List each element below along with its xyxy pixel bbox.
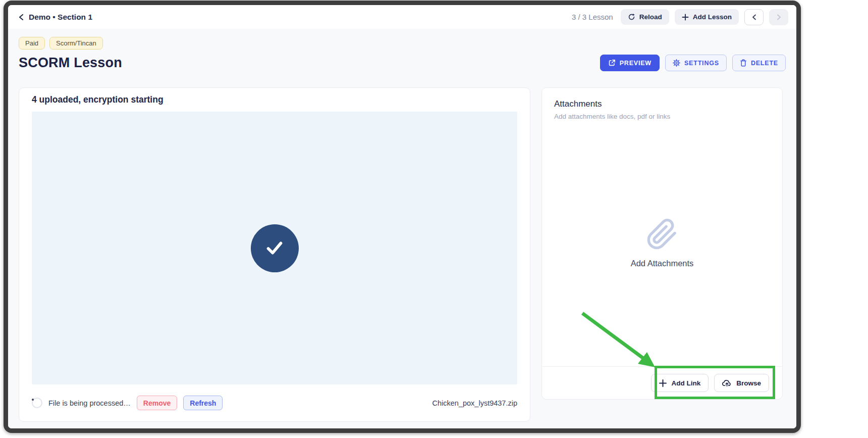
attachments-footer: Add Link Browse (542, 366, 782, 399)
cloud-upload-icon (722, 379, 732, 387)
attachments-card: Attachments Add attachments like docs, p… (541, 87, 783, 400)
preview-button[interactable]: PREVIEW (600, 55, 660, 71)
chevron-right-icon (777, 14, 781, 20)
reload-label: Reload (639, 13, 662, 21)
remove-file-button[interactable]: Remove (137, 396, 177, 410)
page-title: SCORM Lesson (19, 55, 122, 71)
add-link-label: Add Link (671, 379, 700, 387)
add-attachments-label: Add Attachments (631, 259, 694, 268)
settings-label: SETTINGS (684, 60, 719, 67)
external-link-icon (608, 59, 616, 67)
gear-icon (673, 59, 680, 67)
reload-icon (628, 13, 635, 21)
add-link-button[interactable]: Add Link (651, 374, 709, 392)
top-bar: Demo • Section 1 3 / 3 Lesson Reload Add… (8, 5, 796, 29)
paid-badge: Paid (19, 37, 45, 50)
browse-button[interactable]: Browse (714, 374, 769, 392)
scorm-upload-card: 4 uploaded, encryption starting File is … (19, 87, 530, 422)
delete-label: DELETE (751, 60, 778, 67)
upload-footer: File is being processed… Remove Refresh … (32, 384, 517, 421)
processing-status-text: File is being processed… (48, 399, 131, 407)
lesson-count: 3 / 3 Lesson (572, 13, 613, 21)
uploaded-file-name: Chicken_pox_lyst9437.zip (432, 399, 517, 407)
app-window: Demo • Section 1 3 / 3 Lesson Reload Add… (4, 1, 801, 433)
processing-spinner-icon (32, 398, 42, 408)
title-row: SCORM Lesson PREVIEW SETTINGS (19, 55, 786, 71)
top-bar-actions: 3 / 3 Lesson Reload Add Lesson (572, 9, 788, 25)
upload-dropzone (32, 112, 517, 384)
content-columns: 4 uploaded, encryption starting File is … (19, 87, 786, 422)
upload-status-heading: 4 uploaded, encryption starting (32, 94, 517, 105)
attachments-empty-state[interactable]: Add Attachments (542, 218, 782, 268)
plus-icon (659, 379, 667, 387)
chevron-left-icon (752, 14, 756, 20)
breadcrumb-label: Demo • Section 1 (29, 13, 92, 22)
attachments-subtitle: Add attachments like docs, pdf or links (554, 113, 770, 120)
add-lesson-button[interactable]: Add Lesson (675, 9, 739, 25)
lesson-actions: PREVIEW SETTINGS DELETE (600, 55, 786, 71)
lesson-badges: Paid Scorm/Tincan (19, 37, 786, 50)
preview-label: PREVIEW (620, 60, 652, 67)
previous-lesson-button[interactable] (744, 9, 764, 25)
paperclip-icon (646, 218, 678, 251)
refresh-status-button[interactable]: Refresh (183, 396, 223, 410)
add-lesson-label: Add Lesson (693, 13, 732, 21)
trash-icon (740, 59, 747, 67)
next-lesson-button[interactable] (769, 9, 788, 25)
checkmark-icon (263, 236, 286, 260)
breadcrumb[interactable]: Demo • Section 1 (18, 13, 92, 22)
settings-button[interactable]: SETTINGS (665, 55, 727, 71)
lesson-type-badge: Scorm/Tincan (49, 37, 103, 50)
page-body: Paid Scorm/Tincan SCORM Lesson PREVIEW S… (8, 29, 796, 428)
browse-label: Browse (736, 379, 761, 387)
attachments-header: Attachments Add attachments like docs, p… (542, 88, 782, 120)
plus-icon (682, 14, 689, 21)
upload-success-badge (251, 224, 299, 272)
reload-button[interactable]: Reload (621, 9, 669, 25)
delete-button[interactable]: DELETE (732, 55, 786, 71)
back-chevron-icon[interactable] (18, 14, 24, 21)
attachments-title: Attachments (554, 99, 770, 109)
